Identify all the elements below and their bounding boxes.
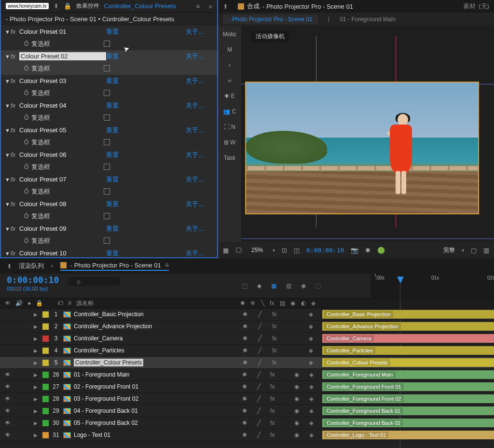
about-link[interactable]: 关于...: [186, 224, 204, 233]
twirl-icon[interactable]: ▼: [5, 78, 11, 84]
checkbox[interactable]: [104, 238, 110, 244]
layer-row[interactable]: 👁▶2803 - Foreground Front 02✱╱fx◉◈Contro…: [0, 393, 494, 405]
layer-name[interactable]: 01 - Foreground Main: [74, 371, 129, 378]
camera-icon[interactable]: 📷: [351, 247, 358, 254]
fx-switch[interactable]: fx: [270, 432, 274, 438]
tool-cube[interactable]: ⬚: [242, 282, 247, 289]
reset-link[interactable]: 重置: [106, 200, 145, 209]
3d-switch[interactable]: ◈: [309, 311, 313, 318]
frame-blend-icon[interactable]: ▤: [280, 300, 285, 307]
shy-switch[interactable]: ✱: [243, 311, 247, 318]
fx-switch[interactable]: fx: [272, 311, 276, 318]
layer-bar[interactable]: Controller_Foreground Main: [322, 370, 494, 379]
fx-switch[interactable]: fx: [270, 407, 274, 414]
reset-link[interactable]: 重置: [106, 126, 145, 135]
shy-icon[interactable]: ✱: [240, 300, 245, 307]
reset-link[interactable]: 重置: [106, 101, 145, 110]
3d-switch[interactable]: ◈: [309, 407, 314, 414]
up-icon[interactable]: ⬆: [54, 2, 59, 10]
fx-switch[interactable]: fx: [270, 420, 274, 426]
quality-switch[interactable]: ╱: [258, 311, 261, 318]
preset-1[interactable]: ▼fxColour Preset 01重置关于...Ő复选框: [1, 26, 217, 50]
label-color[interactable]: [42, 396, 49, 402]
timecode[interactable]: 0:00:00:10: [306, 247, 344, 254]
view1-icon[interactable]: ▢: [471, 247, 477, 254]
motion-blur-icon[interactable]: ◉: [290, 300, 295, 307]
3d-switch[interactable]: ◈: [309, 335, 313, 342]
layer-bar[interactable]: Controller_Foreground Back 02: [322, 419, 494, 427]
3d-switch[interactable]: ◈: [309, 420, 314, 426]
comp-stage[interactable]: 活动摄像机: [241, 26, 494, 242]
fx-switch[interactable]: fx: [270, 383, 274, 390]
preset-9[interactable]: ▼fxColour Preset 09重置关于...Ő复选框: [1, 223, 217, 247]
layer-name[interactable]: Logo - Text 01: [74, 432, 110, 438]
visibility-icon[interactable]: 👁: [5, 432, 12, 438]
hamburger-icon[interactable]: ≡: [165, 261, 169, 269]
layer-bar[interactable]: Controller_Foreground Front 01: [322, 382, 494, 391]
visibility-icon[interactable]: 👁: [5, 371, 12, 378]
tool-people[interactable]: 👥 C: [223, 108, 236, 115]
fx-icon[interactable]: fx: [11, 225, 19, 232]
close-tab-icon[interactable]: ×: [51, 264, 54, 269]
shy-switch[interactable]: ✱: [242, 371, 247, 378]
checkbox[interactable]: [104, 90, 110, 96]
fx-icon[interactable]: fx: [270, 300, 274, 307]
layer-name[interactable]: Controller_Camera: [74, 335, 123, 342]
tab-render-queue[interactable]: 渲染队列: [19, 262, 44, 270]
layer-name[interactable]: 02 - Foreground Front 01: [74, 383, 138, 390]
layer-name[interactable]: Controller_Particles: [74, 347, 124, 354]
quality-switch[interactable]: ╱: [257, 395, 261, 402]
twirl-icon[interactable]: ▶: [34, 360, 40, 365]
layer-row[interactable]: 👁▶3005 - Foreground Back 02✱╱fx◉◈Control…: [0, 417, 494, 429]
grid-icon[interactable]: ▦: [223, 247, 229, 254]
twirl-icon[interactable]: ▼: [5, 152, 11, 158]
3d-icon[interactable]: ◈: [311, 300, 316, 307]
shy-switch[interactable]: ✱: [242, 407, 247, 414]
twirl-icon[interactable]: ▶: [34, 433, 40, 438]
shy-switch[interactable]: ✱: [243, 323, 247, 330]
stopwatch-icon[interactable]: Ő: [24, 188, 28, 195]
tab-comp[interactable]: - Photo Projector Pro - Scene 01 ≡: [60, 261, 169, 271]
motion-blur-switch[interactable]: ◉: [294, 371, 299, 378]
3d-switch[interactable]: ◈: [309, 395, 314, 402]
layer-row[interactable]: 👁▶31Logo - Text 01✱╱fx◉◈Controller_Logo …: [0, 429, 494, 441]
fx-icon[interactable]: fx: [11, 77, 19, 84]
reset-link[interactable]: 重置: [106, 249, 145, 258]
layer-bar[interactable]: Controller_Foreground Back 01: [322, 406, 494, 415]
layer-bar[interactable]: Controller_Foreground Front 02: [322, 394, 494, 403]
twirl-icon[interactable]: ▶: [34, 324, 40, 329]
checkbox[interactable]: [104, 114, 110, 121]
stopwatch-icon[interactable]: Ő: [24, 213, 28, 220]
quality-switch[interactable]: ╱: [258, 335, 261, 342]
motion-blur-switch[interactable]: ◉: [294, 383, 299, 390]
layer-name[interactable]: Controller_Advance Projection: [74, 323, 152, 330]
collapse-icon[interactable]: ✲: [250, 300, 255, 307]
col-lock-icon[interactable]: 🔒: [36, 300, 43, 307]
visibility-icon[interactable]: 👁: [5, 407, 12, 414]
tool-3d[interactable]: ◈: [257, 282, 261, 289]
stopwatch-icon[interactable]: Ő: [24, 164, 28, 170]
stopwatch-icon[interactable]: Ő: [24, 41, 28, 47]
monitor-icon[interactable]: 🖵: [235, 247, 242, 254]
about-link[interactable]: 关于...: [186, 77, 204, 85]
col-tag-icon[interactable]: 🏷: [57, 300, 63, 307]
quality-switch[interactable]: ╱: [257, 432, 261, 438]
tool-w[interactable]: ⊞ W: [224, 139, 236, 146]
col-source-name[interactable]: 源名称: [76, 299, 233, 308]
quality-switch[interactable]: ╱: [258, 359, 261, 366]
motion-blur-switch[interactable]: ◉: [294, 395, 299, 402]
tool-snap[interactable]: ◉: [301, 282, 306, 289]
res-icon[interactable]: ⊡: [282, 247, 287, 254]
layer-name[interactable]: Controller_Basic Projection: [74, 311, 144, 318]
up-icon[interactable]: ⬆: [223, 3, 228, 10]
checkbox[interactable]: [104, 164, 110, 170]
visibility-icon[interactable]: 👁: [5, 383, 12, 390]
about-link[interactable]: 关于...: [186, 175, 204, 184]
layer-row[interactable]: ▶1Controller_Basic Projection✱╱fx◈Contro…: [0, 308, 494, 321]
fx-switch[interactable]: fx: [270, 395, 274, 402]
label-color[interactable]: [42, 408, 49, 414]
3d-switch[interactable]: ◈: [309, 323, 313, 330]
quality-switch[interactable]: ╱: [258, 323, 261, 330]
quality-switch[interactable]: ╱: [257, 420, 261, 426]
fx-switch[interactable]: fx: [270, 371, 274, 378]
